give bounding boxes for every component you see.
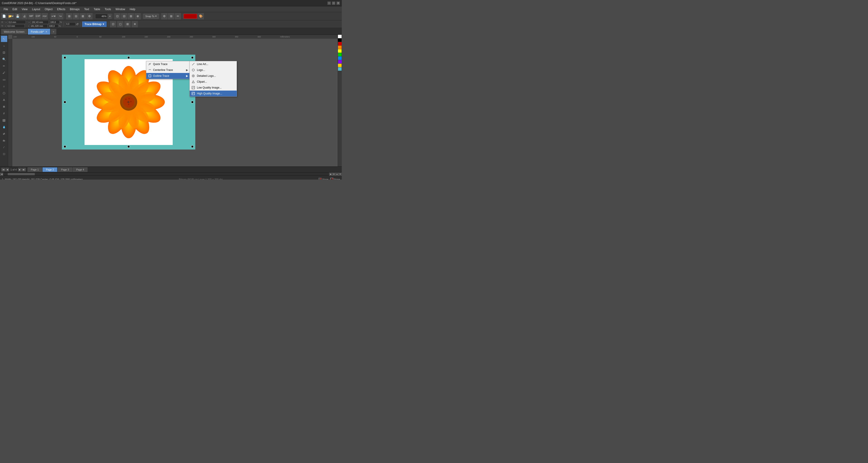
page3-tab[interactable]: Page 3 bbox=[58, 167, 72, 172]
outline-trace-item[interactable]: Outline Trace ▶ bbox=[146, 73, 190, 79]
height-input[interactable] bbox=[30, 24, 48, 28]
fondo-tab[interactable]: Fondo.cdr* ✕ bbox=[28, 29, 50, 35]
handle-mr[interactable] bbox=[191, 101, 193, 103]
tb-extra2[interactable]: ⊟ bbox=[121, 13, 127, 20]
blue-swatch[interactable] bbox=[338, 57, 342, 60]
orange-swatch[interactable] bbox=[338, 45, 342, 49]
menu-layout[interactable]: Layout bbox=[30, 7, 42, 11]
handle-tm[interactable] bbox=[127, 57, 130, 59]
page4-tab[interactable]: Page 4 bbox=[73, 167, 88, 172]
prop-btn4[interactable]: ⊕ bbox=[131, 21, 138, 27]
cyan-swatch[interactable] bbox=[338, 67, 342, 71]
handle-bl[interactable] bbox=[64, 145, 66, 148]
scroll-track-h[interactable] bbox=[3, 173, 329, 175]
centerline-trace-item[interactable]: Centerline Trace ▶ bbox=[146, 67, 190, 73]
color-mode-btn[interactable]: 🎨 bbox=[197, 13, 204, 20]
menu-object[interactable]: Object bbox=[42, 7, 55, 11]
width-input[interactable] bbox=[31, 20, 49, 24]
scroll-down-btn[interactable]: ▼ bbox=[339, 172, 342, 176]
prop-btn1[interactable]: ⊡ bbox=[110, 21, 116, 27]
zoom-tool[interactable]: 🔍 bbox=[1, 56, 7, 62]
freehand-tool[interactable]: ✏ bbox=[1, 63, 7, 69]
logo-item[interactable]: Logo... bbox=[190, 67, 237, 73]
knife-tool[interactable]: ∕ bbox=[1, 144, 7, 151]
detailed-logo-item[interactable]: Detailed Logo... bbox=[190, 73, 237, 79]
scroll-up-btn[interactable]: ▲ bbox=[336, 172, 339, 176]
low-quality-item[interactable]: Low Quality Image... bbox=[190, 85, 237, 91]
fill-tool[interactable]: ▤ bbox=[1, 117, 7, 123]
maximize-button[interactable]: □ bbox=[332, 1, 336, 5]
green-swatch[interactable] bbox=[338, 53, 342, 57]
red-swatch[interactable] bbox=[338, 42, 342, 45]
trace-bitmap-button[interactable]: Trace Bitmap ▾ bbox=[82, 22, 106, 27]
minimize-button[interactable]: ─ bbox=[327, 1, 331, 5]
high-quality-item[interactable]: High Quality Image... bbox=[190, 91, 237, 96]
rectangle-tool[interactable]: ▭ bbox=[1, 76, 7, 82]
first-page-btn[interactable]: |◀ bbox=[1, 168, 5, 171]
pen-btn[interactable]: ✏ bbox=[175, 13, 181, 20]
ellipse-tool[interactable]: ○ bbox=[1, 83, 7, 90]
gold-swatch[interactable] bbox=[338, 64, 342, 67]
menu-window[interactable]: Window bbox=[113, 7, 127, 11]
handle-ml[interactable] bbox=[64, 101, 66, 103]
line-art-item[interactable]: Line Art... bbox=[190, 61, 237, 67]
save-button[interactable]: 💾 bbox=[14, 13, 21, 20]
scale-h-input[interactable] bbox=[49, 20, 59, 24]
redo-button[interactable]: ↪ bbox=[57, 13, 64, 20]
last-page-btn[interactable]: ▶| bbox=[22, 168, 26, 171]
menu-view[interactable]: View bbox=[20, 7, 30, 11]
node-tool[interactable]: ⬦ bbox=[1, 42, 7, 49]
menu-bitmaps[interactable]: Bitmaps bbox=[68, 7, 82, 11]
scroll-to-page-btn[interactable]: ⊞ bbox=[332, 172, 336, 176]
scale-v-input[interactable] bbox=[48, 24, 58, 28]
snap-to-button[interactable]: Snap To ▾ bbox=[143, 14, 159, 19]
scroll-thumb-h[interactable] bbox=[8, 173, 35, 175]
menu-effects[interactable]: Effects bbox=[55, 7, 68, 11]
view-button2[interactable]: ⊟ bbox=[73, 13, 79, 20]
tb-extra1[interactable]: ⊡ bbox=[114, 13, 121, 20]
menu-table[interactable]: Table bbox=[91, 7, 102, 11]
angle-input[interactable] bbox=[65, 22, 75, 26]
color-tool[interactable]: 💧 bbox=[1, 124, 7, 130]
crop-tool[interactable]: ⊡ bbox=[1, 49, 7, 56]
new-button[interactable]: 📄 bbox=[1, 13, 7, 20]
horizontal-scrollbar[interactable]: ◀ ▶ ⊞ ▲ ▼ bbox=[0, 172, 342, 175]
shadow-tool[interactable]: ☐ bbox=[1, 151, 7, 157]
prop-btn2[interactable]: ◻ bbox=[117, 21, 123, 27]
blend-tool[interactable]: ⇄ bbox=[1, 131, 7, 137]
view-button4[interactable]: ⚙ bbox=[86, 13, 93, 20]
scroll-left-btn[interactable]: ◀ bbox=[0, 172, 3, 176]
open-dropdown[interactable]: 📂▾ bbox=[8, 13, 14, 20]
page1-tab[interactable]: Page 1 bbox=[28, 167, 42, 172]
menu-text[interactable]: Text bbox=[82, 7, 91, 11]
next-page-btn[interactable]: ▶ bbox=[18, 168, 22, 171]
eyedropper-tool[interactable]: 🖮 bbox=[1, 137, 7, 144]
purple-swatch[interactable] bbox=[338, 60, 342, 64]
menu-edit[interactable]: Edit bbox=[10, 7, 20, 11]
close-tab-icon[interactable]: ✕ bbox=[45, 31, 47, 33]
handle-br[interactable] bbox=[191, 145, 193, 148]
prop-btn3[interactable]: ⊞ bbox=[124, 21, 131, 27]
x-input[interactable] bbox=[8, 20, 26, 24]
view-button1[interactable]: ⊞ bbox=[66, 13, 72, 20]
import-button[interactable]: IMP bbox=[28, 13, 34, 20]
page2-tab[interactable]: Page 2 bbox=[42, 167, 57, 172]
handle-tr[interactable] bbox=[191, 57, 193, 59]
table-tool[interactable]: ⊞ bbox=[1, 103, 7, 110]
select-tool[interactable]: ↖ bbox=[1, 36, 7, 42]
close-button[interactable]: ✕ bbox=[336, 1, 340, 5]
print-button[interactable]: 🖨 bbox=[21, 13, 28, 20]
parallel-tool[interactable]: // bbox=[1, 110, 7, 117]
quick-trace-item[interactable]: Quick Trace bbox=[146, 61, 190, 67]
grid-button[interactable]: ⊞ bbox=[168, 13, 174, 20]
add-tab-button[interactable]: + bbox=[51, 29, 57, 35]
zoom-input[interactable] bbox=[95, 14, 107, 19]
clipart-item[interactable]: Clipart... bbox=[190, 79, 237, 85]
white-swatch[interactable] bbox=[338, 35, 342, 38]
y-input[interactable] bbox=[6, 24, 25, 28]
menu-tools[interactable]: Tools bbox=[102, 7, 113, 11]
handle-bm[interactable] bbox=[127, 145, 130, 148]
handle-tl[interactable] bbox=[64, 57, 66, 59]
menu-file[interactable]: File bbox=[1, 7, 10, 11]
zoom-dropdown-btn[interactable]: ▾ bbox=[108, 14, 112, 19]
